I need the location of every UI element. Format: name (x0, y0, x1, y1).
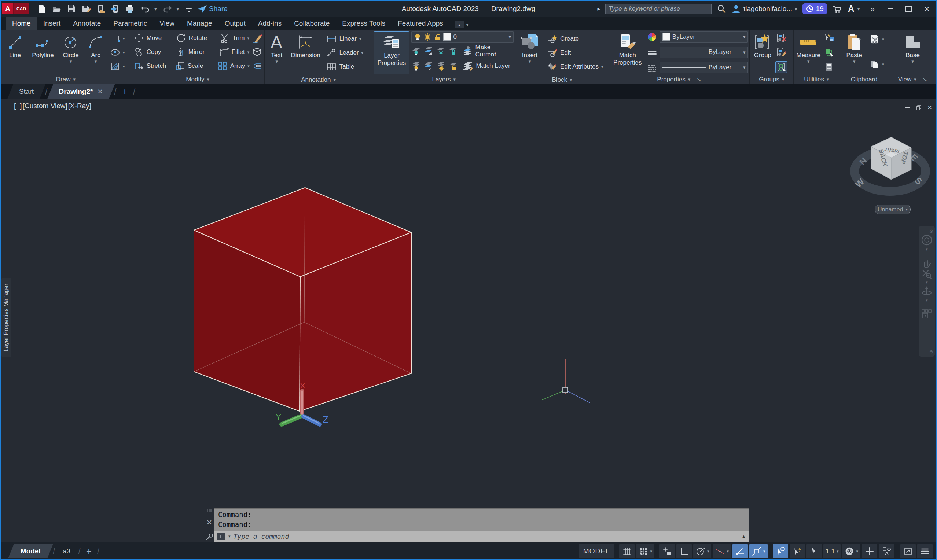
annotation-visibility-toggle[interactable] (773, 544, 788, 558)
group-selection-toggle[interactable] (775, 61, 787, 73)
ribbon-tab-manage[interactable]: Manage (181, 17, 218, 30)
linear-dimension-button[interactable]: Linear▾ (325, 32, 365, 46)
line-button[interactable]: Line (2, 31, 28, 74)
layer-properties-manager-tab[interactable]: Layer Properties Manager (2, 278, 11, 357)
ellipse-button[interactable] (109, 46, 121, 58)
viewport-close-icon[interactable]: × (928, 103, 932, 112)
viewport-restore-icon[interactable] (916, 105, 922, 111)
polar-dropdown-icon[interactable]: ▾ (707, 549, 709, 554)
scale-dropdown-icon[interactable]: ▾ (837, 549, 839, 554)
viewport-minimize-icon[interactable] (905, 108, 910, 108)
hatch-button[interactable] (109, 60, 121, 72)
ribbon-tab-featured-apps[interactable]: Featured Apps (391, 17, 449, 30)
move-button[interactable]: Move (133, 31, 174, 45)
navbar-close-icon[interactable]: ⊗ (929, 228, 933, 234)
leader-button[interactable]: Leader▾ (325, 46, 365, 60)
ribbon-tab-insert[interactable]: Insert (37, 17, 67, 30)
ribbon-tab-collaborate[interactable]: Collaborate (288, 17, 336, 30)
cut-button[interactable] (869, 33, 880, 45)
scale-button[interactable]: Scale (174, 59, 215, 73)
arc-button[interactable]: Arc ▾ (83, 31, 108, 74)
command-input-row[interactable]: ▾ Type a command ▲ (214, 531, 749, 542)
red-box-solid[interactable] (194, 188, 411, 411)
app-store-cart-icon[interactable] (832, 4, 842, 14)
close-button[interactable]: × (923, 5, 931, 12)
command-close-icon[interactable]: ✕ (206, 518, 212, 527)
panel-label-properties[interactable]: Properties▾↘ (609, 74, 750, 84)
base-view-button[interactable]: Base ▾ (899, 31, 927, 74)
ribbon-display-toggle[interactable]: ▴ ▾ (455, 21, 469, 28)
close-drawing-tab-icon[interactable]: ✕ (97, 88, 103, 95)
panel-label-clipboard[interactable]: Clipboard (840, 74, 889, 84)
layer-select-combo[interactable]: 0 ▾ (411, 31, 514, 43)
paste-button[interactable]: Paste ▾ (841, 31, 867, 74)
named-view-pill[interactable]: Unnamed ▾ (875, 205, 911, 214)
snap-toggle[interactable]: ▾ (636, 544, 654, 558)
layer-unisolate-icon[interactable] (424, 61, 433, 71)
clean-screen-button[interactable] (900, 544, 916, 558)
panel-label-layers[interactable]: Layers▾ (372, 74, 515, 84)
layer-lock-icon[interactable] (448, 46, 458, 56)
polyline-button[interactable]: Polyline (28, 31, 58, 74)
edit-attributes-button[interactable]: Edit Attributes▾ (546, 60, 604, 74)
ribbon-tab-express-tools[interactable]: Express Tools (336, 17, 391, 30)
annotation-scale-button[interactable]: 1:1▾ (823, 544, 841, 558)
array-button[interactable]: Array▾ (216, 59, 251, 73)
lineweight-combo[interactable]: ByLayer▾ (660, 46, 748, 58)
open-file-icon[interactable] (52, 4, 61, 14)
panel-label-view[interactable]: View▾↘ (889, 74, 936, 84)
layer-isolate-icon[interactable] (424, 46, 433, 56)
save-to-mobile-icon[interactable] (110, 4, 120, 14)
search-input[interactable] (605, 4, 712, 14)
properties-dialog-launcher-icon[interactable]: ↘ (697, 76, 701, 83)
command-prompt-dropdown-icon[interactable]: ▾ (228, 534, 231, 539)
quick-select-button[interactable] (823, 32, 835, 44)
ribbon-tab-output[interactable]: Output (218, 17, 252, 30)
insert-block-button[interactable]: Insert ▾ (517, 31, 543, 75)
customization-button[interactable] (862, 544, 877, 558)
copy-button[interactable]: Copy (133, 45, 174, 59)
layer-freeze-icon[interactable] (436, 46, 446, 56)
copy-clip-button[interactable] (869, 58, 880, 70)
new-drawing-tab-button[interactable]: + (122, 86, 128, 97)
isodraft-toggle[interactable]: ▾ (712, 544, 731, 558)
table-button[interactable]: Table (325, 60, 365, 74)
command-drag-grip[interactable] (206, 509, 212, 512)
undo-icon[interactable] (140, 4, 149, 14)
layer-unlock-row-icon[interactable] (449, 61, 458, 71)
viewport-controls-label[interactable]: [−] (14, 102, 22, 110)
command-history-expand-icon[interactable]: ▲ (741, 534, 746, 539)
new-layout-button[interactable]: + (86, 546, 92, 557)
file-tab-drawing2[interactable]: Drawing2* ✕ (50, 84, 112, 99)
share-button[interactable]: Share (197, 4, 228, 14)
undo-dropdown-icon[interactable]: ▾ (154, 6, 157, 11)
model-space-button[interactable]: MODEL (579, 544, 614, 558)
text-button[interactable]: A Text ▾ (266, 31, 288, 75)
command-settings-wrench-icon[interactable] (205, 532, 213, 541)
stretch-button[interactable]: Stretch (133, 59, 173, 73)
redo-dropdown-icon[interactable]: ▾ (177, 6, 179, 11)
dynamic-input-toggle[interactable] (660, 544, 675, 558)
minimize-button[interactable] (886, 5, 894, 12)
viewcube[interactable]: W S N E BACK TOP RIGHT (853, 137, 926, 191)
trim-button[interactable]: Trim▾ (218, 31, 250, 45)
navigation-wheel-icon[interactable] (920, 234, 933, 246)
customize-quick-access-icon[interactable] (184, 4, 194, 14)
panel-label-draw[interactable]: Draw▾ (1, 74, 131, 84)
ribbon-tab-addins[interactable]: Add-ins (252, 17, 288, 30)
panel-label-block[interactable]: Block▾ (515, 75, 609, 84)
view-dialog-launcher-icon[interactable]: ↘ (923, 76, 928, 83)
layout-tab-a3[interactable]: a3 (58, 544, 75, 558)
search-icon[interactable] (717, 4, 726, 14)
user-account-button[interactable]: tiagobonifacio... ▾ (731, 4, 797, 14)
annotation-autoscale-toggle[interactable] (789, 544, 805, 558)
annotation-scale-sync-toggle[interactable] (806, 544, 822, 558)
group-button[interactable]: Group (751, 31, 774, 74)
workspace-dropdown-icon[interactable]: ▾ (856, 549, 858, 554)
osnap-dropdown-icon[interactable]: ▾ (763, 549, 765, 554)
panel-label-modify[interactable]: Modify▾ (131, 74, 264, 84)
layer-off-icon[interactable] (411, 46, 421, 56)
quick-calculator-button[interactable] (823, 61, 835, 73)
maximize-button[interactable] (905, 5, 912, 12)
ribbon-tab-home[interactable]: Home (6, 17, 37, 30)
